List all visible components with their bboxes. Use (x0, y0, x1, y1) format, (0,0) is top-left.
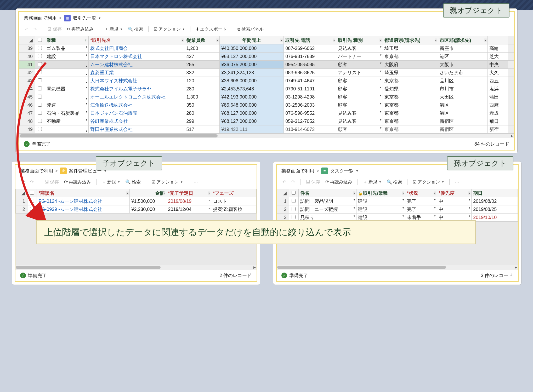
status-bar: ✓準備完了 84 件のレコード (19, 138, 514, 150)
lock-icon: 🔒 (358, 191, 362, 195)
col-phone[interactable]: 取引先 電話▾ (284, 36, 336, 44)
redo-button[interactable]: ↷ (31, 26, 39, 33)
record-count: 84 件のレコード (474, 141, 509, 147)
h-scrollbar[interactable]: ◀▶ (277, 265, 518, 270)
table-row[interactable]: 41ムーン建材株式会社255¥36,075,200,0000954-08-508… (19, 61, 514, 69)
col-pref[interactable]: 都道府県(請求先)▾ (383, 36, 438, 44)
view-icon: ▦ (64, 15, 71, 21)
redo-button[interactable]: ↷ (28, 178, 36, 186)
table-row[interactable]: 48不動産谷町産業株式会社299¥68,127,000,000059-312-7… (19, 117, 514, 125)
export-button[interactable]: ⬇エクスポート (194, 25, 229, 33)
action-button[interactable]: ☑アクション▼ (152, 25, 187, 33)
reload-button[interactable]: ⟳ 再読み込み (323, 178, 354, 186)
table-row[interactable]: 39ゴム製品株式会社四川商会1,200¥40,050,000,000087-26… (19, 44, 514, 53)
col-date[interactable]: *完了予定日▾ (166, 189, 211, 197)
parent-grid: ◢ 業種↓↑ *取引先名▾ 従業員数▾ 年間売上▾ 取引先 電話▾ 取引先 種別… (19, 36, 514, 138)
search-panel-button[interactable]: ⧉検索パネル (235, 25, 266, 33)
new-button[interactable]: ＋ 新規▼ (361, 178, 384, 186)
breadcrumb-root[interactable]: 業務画面で利用 (20, 168, 53, 174)
table-row[interactable]: 44電気機器株式会社フイルム電子サラヤ280¥2,453,573,6480790… (19, 85, 514, 93)
col-subject[interactable]: 件名▾ (299, 189, 356, 197)
col-account-name[interactable]: *取引先名▾ (89, 36, 185, 44)
breadcrumb-root[interactable]: 業務画面で利用 (24, 15, 57, 21)
table-row[interactable]: 1訪問：製品説明建設完了中2019/08/02 (277, 197, 518, 205)
more-button[interactable]: ⋯ (453, 178, 461, 186)
table-row[interactable]: 40建設日本マクトロン株式会社427¥68,127,000,000076-981… (19, 53, 514, 61)
corner-cell: ◢ (19, 36, 35, 44)
save-button[interactable]: 🖫 保存 (42, 178, 61, 186)
col-industry[interactable]: 業種↓↑ (45, 36, 88, 44)
search-button[interactable]: 🔍検索 (126, 25, 145, 33)
table-row[interactable]: 43大日本ワイズ株式会社120¥38,606,000,0000749-41-46… (19, 77, 514, 85)
table-row[interactable]: 49野田中産業株式会社517¥19,432,111018-914-6073顧客東… (19, 125, 514, 134)
child-callout: 子オブジェクト (96, 156, 162, 170)
table-row[interactable]: 2FG-0939 -ムーン建材株式会社¥2,230,0002019/12/04提… (15, 205, 256, 214)
save-button[interactable]: 🖫保存 (46, 25, 64, 33)
undo-button[interactable]: ↶ (19, 178, 27, 186)
view-name[interactable]: タスク一覧 (330, 168, 354, 174)
h-scrollbar[interactable]: ◀▶ (15, 265, 257, 270)
more-button[interactable]: ⋯ (191, 178, 200, 186)
col-priority[interactable]: *優先度▾ (437, 189, 472, 197)
chevron-down-icon[interactable]: ▼ (98, 16, 101, 20)
parent-callout: 親オブジェクト (443, 3, 509, 18)
undo-button[interactable]: ↶ (23, 26, 30, 33)
chevron-down-icon[interactable]: ▼ (356, 169, 359, 172)
table-row[interactable]: 2訪問：ニーズ把握建設完了中2019/08/25 (277, 205, 518, 214)
col-status[interactable]: *状況▾ (405, 189, 437, 197)
breadcrumb-root[interactable]: 業務画面で利用 (281, 168, 314, 174)
action-button[interactable]: ☑ アクション▼ (411, 178, 446, 186)
view-icon: ≡ (321, 168, 328, 174)
search-button[interactable]: 🔍 検索 (384, 178, 404, 186)
view-icon: ♛ (60, 168, 67, 174)
undo-button[interactable]: ↶ (280, 178, 288, 186)
table-row[interactable]: 1FG-0124 -ムーン建材株式会社¥1,500,0002019/08/19ロ… (15, 197, 256, 205)
child-panel: 子オブジェクト 業務画面で利用 > ♛ 案件管理ビュー ▼ ↶ ↷ 🖫 保存 ⟳… (12, 161, 260, 285)
vscroll-head (508, 36, 514, 44)
col-city[interactable]: 市区郡(請求先)▾ (438, 36, 487, 44)
col-amount[interactable]: 金額▾ (130, 189, 166, 197)
view-name[interactable]: 取引先一覧 (73, 15, 96, 21)
col-deal-name[interactable]: *商談名▾ (37, 189, 130, 197)
col-due[interactable]: 期日 (472, 189, 518, 197)
redo-button[interactable]: ↷ (289, 178, 297, 186)
grandchild-callout: 孫オブジェクト (447, 156, 513, 170)
save-button[interactable]: 🖫 保存 (304, 178, 322, 186)
col-extra[interactable] (487, 36, 508, 44)
parent-panel: 親オブジェクト 業務画面で利用 > ▦ 取引先一覧 ▼ ↶ ↷ 🖫保存 ⟳再読み… (15, 8, 518, 153)
explanation-note: 上位階層で選択したデータに関連するデータだけを自動的に絞り込んで表示 (36, 220, 476, 244)
table-row[interactable]: 47石油・石炭製品日本ジャパン石油販売280¥68,127,000,000076… (19, 109, 514, 117)
select-all-checkbox[interactable] (289, 189, 298, 197)
select-all-checkbox[interactable] (27, 189, 37, 197)
new-button[interactable]: ＋ 新規▼ (100, 178, 122, 186)
ok-icon: ✓ (20, 273, 26, 278)
col-revenue[interactable]: 年間売上▾ (220, 36, 284, 44)
breadcrumb: 業務画面で利用 > ▦ 取引先一覧 ▼ (19, 12, 514, 24)
ok-icon: ✓ (281, 273, 287, 278)
table-row[interactable]: 45オーエルエレクトロニクス株式会社1,300¥42,193,900,00003… (19, 93, 514, 101)
col-phase[interactable]: *フェーズ (211, 189, 256, 197)
search-button[interactable]: 🔍 検索 (123, 178, 143, 186)
reload-button[interactable]: ⟳再読み込み (65, 25, 96, 33)
reload-button[interactable]: ⟳ 再読み込み (62, 178, 93, 186)
record-count: 3 件のレコード (481, 272, 513, 279)
col-type[interactable]: 取引先 種別▾ (336, 36, 383, 44)
record-count: 2 件のレコード (219, 272, 252, 279)
table-row[interactable]: 42森菱重工業332¥3,241,324,123083-986-8625アナリス… (19, 69, 514, 77)
toolbar: ↶ ↷ 🖫保存 ⟳再読み込み ＋新規▼ 🔍検索 ☑アクション▼ ⬇エクスポート … (19, 24, 514, 36)
action-button[interactable]: ☑ アクション▼ (149, 178, 185, 186)
col-acct-industry[interactable]: 🔒取引先/業種▾ (356, 189, 405, 197)
col-employees[interactable]: 従業員数▾ (185, 36, 220, 44)
ok-icon: ✓ (24, 141, 30, 147)
h-scrollbar[interactable]: ◀▶ (19, 134, 514, 138)
select-all-checkbox[interactable] (35, 36, 45, 44)
new-button[interactable]: ＋新規▼ (102, 25, 125, 33)
table-row[interactable]: 46陸運江角輸送機株式会社350¥85,648,000,00003-2506-2… (19, 101, 514, 109)
